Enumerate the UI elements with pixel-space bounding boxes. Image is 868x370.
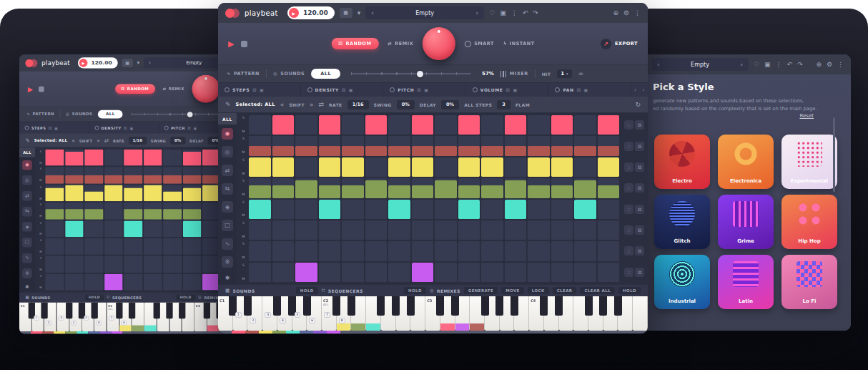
black-key[interactable] bbox=[166, 302, 172, 318]
step-cell[interactable] bbox=[65, 256, 84, 273]
step-cell[interactable] bbox=[505, 241, 527, 261]
play-button[interactable]: ▶ bbox=[79, 59, 88, 67]
black-key[interactable] bbox=[66, 302, 72, 318]
step-cell[interactable] bbox=[295, 200, 317, 219]
step-cell[interactable] bbox=[574, 178, 596, 198]
clear-all-button[interactable]: CLEAR ALL bbox=[580, 287, 615, 294]
track-select-8[interactable]: ※ bbox=[19, 266, 35, 281]
black-key[interactable] bbox=[179, 302, 185, 318]
step-cell[interactable] bbox=[65, 220, 84, 237]
step-cell[interactable] bbox=[295, 263, 317, 282]
play-button[interactable]: ▶ bbox=[289, 8, 299, 18]
style-card-industrial[interactable]: Industrial bbox=[654, 255, 710, 309]
save-icon[interactable]: ▣ bbox=[764, 62, 771, 68]
step-cell[interactable] bbox=[45, 220, 64, 237]
black-key[interactable] bbox=[244, 296, 252, 316]
refresh-icon[interactable]: ↻ bbox=[635, 102, 641, 108]
step-cell[interactable] bbox=[144, 238, 162, 255]
step-cell[interactable] bbox=[365, 220, 388, 240]
style-card-latin[interactable]: Latin bbox=[718, 255, 774, 309]
step-cell[interactable] bbox=[319, 220, 341, 240]
remix-toggle[interactable]: ⇄REMIX bbox=[163, 87, 184, 92]
step-cell[interactable] bbox=[163, 150, 182, 166]
black-key[interactable] bbox=[555, 296, 563, 316]
swing-value[interactable]: 0% bbox=[170, 136, 185, 144]
pattern-grid-button[interactable]: ▦ bbox=[122, 59, 132, 67]
slider-handle[interactable] bbox=[417, 71, 423, 77]
lock-button[interactable]: LOCK bbox=[528, 287, 549, 294]
step-cell[interactable] bbox=[124, 238, 142, 255]
step-cell[interactable] bbox=[388, 200, 410, 219]
step-cell[interactable] bbox=[272, 115, 295, 135]
mute-button[interactable]: M bbox=[39, 180, 41, 182]
step-cell[interactable] bbox=[435, 157, 457, 177]
black-key[interactable] bbox=[303, 296, 311, 316]
step-cell[interactable] bbox=[249, 220, 271, 240]
preset-next-icon[interactable]: › bbox=[740, 62, 743, 68]
all-steps-value[interactable]: 3 bbox=[497, 100, 511, 109]
random-button[interactable]: ⚄RANDOM bbox=[115, 84, 155, 94]
step-cell[interactable] bbox=[295, 241, 317, 261]
step-cell[interactable] bbox=[412, 263, 434, 282]
undo-icon[interactable]: ↶ bbox=[523, 10, 528, 16]
slider-handle[interactable] bbox=[187, 112, 193, 117]
mute-button[interactable]: M bbox=[242, 130, 245, 134]
mute-button[interactable]: M bbox=[242, 193, 245, 197]
step-cell[interactable] bbox=[84, 220, 103, 237]
step-cell[interactable] bbox=[163, 273, 182, 290]
step-cell[interactable] bbox=[272, 263, 295, 282]
black-key[interactable] bbox=[436, 296, 444, 316]
black-key[interactable] bbox=[91, 302, 97, 318]
pattern-grid-button[interactable]: ▦ bbox=[340, 8, 352, 18]
solo-button[interactable]: S bbox=[40, 222, 41, 225]
black-key[interactable] bbox=[332, 296, 340, 316]
solo-button[interactable]: S bbox=[242, 159, 245, 162]
style-card-grime[interactable]: Grime bbox=[718, 195, 774, 249]
mute-button[interactable]: M bbox=[242, 214, 245, 218]
step-cell[interactable] bbox=[84, 256, 103, 273]
step-cell[interactable] bbox=[163, 256, 182, 273]
step-cell[interactable] bbox=[249, 157, 271, 177]
step-cell[interactable] bbox=[342, 200, 364, 219]
pencil-icon[interactable]: ✎ bbox=[25, 137, 29, 143]
step-cell[interactable] bbox=[412, 200, 434, 219]
step-cell[interactable] bbox=[183, 150, 202, 166]
rate-value[interactable]: 1/16 bbox=[129, 136, 147, 144]
step-cell[interactable] bbox=[435, 263, 457, 282]
step-cell[interactable] bbox=[319, 200, 341, 219]
step-cell[interactable] bbox=[598, 115, 620, 135]
mute-button[interactable]: M bbox=[39, 215, 41, 218]
black-key[interactable] bbox=[540, 296, 548, 316]
step-cell[interactable] bbox=[319, 136, 341, 155]
redo-icon[interactable]: ↷ bbox=[533, 10, 538, 16]
window-menu-icon[interactable]: ⋮ bbox=[634, 10, 641, 16]
mute-button[interactable]: M bbox=[39, 250, 41, 253]
settings-gear-icon[interactable]: ⚙ bbox=[623, 10, 629, 16]
step-cell[interactable] bbox=[481, 200, 503, 219]
step-cell[interactable] bbox=[435, 136, 457, 155]
solo-button[interactable]: S bbox=[242, 117, 245, 120]
step-cell[interactable] bbox=[104, 220, 123, 237]
delay-value[interactable]: 0% bbox=[441, 100, 459, 109]
step-cell[interactable] bbox=[65, 203, 84, 219]
step-cell[interactable] bbox=[365, 263, 388, 282]
step-cell[interactable] bbox=[528, 220, 550, 240]
step-cell[interactable] bbox=[481, 178, 503, 198]
mute-button[interactable]: M bbox=[39, 286, 41, 289]
track-select-1[interactable]: ◉ bbox=[218, 125, 237, 143]
globe-icon[interactable]: ⊕ bbox=[816, 62, 822, 68]
step-cell[interactable] bbox=[163, 238, 182, 255]
preset-prev-icon[interactable]: ‹ bbox=[149, 60, 151, 66]
step-cell[interactable] bbox=[598, 136, 620, 155]
step-cell[interactable] bbox=[295, 136, 317, 155]
smart-toggle[interactable]: SMART bbox=[465, 41, 494, 47]
step-cell[interactable] bbox=[84, 150, 103, 166]
step-cell[interactable] bbox=[163, 167, 182, 183]
step-cell[interactable] bbox=[342, 178, 364, 198]
step-cell[interactable] bbox=[319, 178, 341, 198]
lane-header-density[interactable]: DENSITY⚄▣ bbox=[301, 83, 384, 97]
solo-button[interactable]: S bbox=[40, 275, 41, 278]
step-cell[interactable] bbox=[481, 241, 503, 261]
step-cell[interactable] bbox=[295, 157, 317, 177]
step-cell[interactable] bbox=[319, 157, 341, 177]
